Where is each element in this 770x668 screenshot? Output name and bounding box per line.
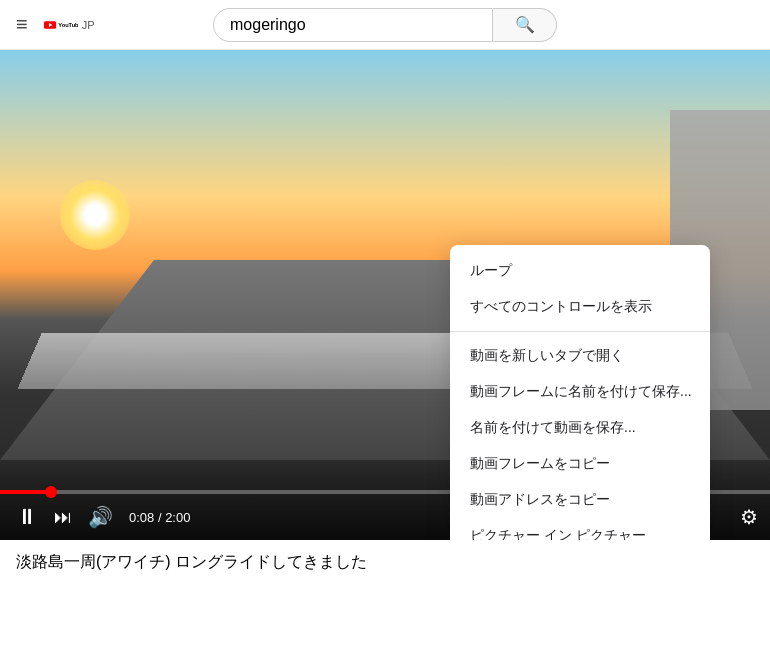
context-menu-open-tab[interactable]: 動画を新しいタブで開く — [450, 338, 710, 374]
hamburger-icon[interactable]: ≡ — [16, 13, 28, 36]
copy-frame-label: 動画フレームをコピー — [470, 455, 610, 473]
save-frame-label: 動画フレームに名前を付けて保存... — [470, 383, 692, 401]
youtube-icon: YouTube — [44, 13, 78, 37]
context-menu-loop[interactable]: ループ — [450, 253, 710, 289]
divider-1 — [450, 331, 710, 332]
video-title: 淡路島一周(アワイチ) ロングライドしてきました — [0, 540, 770, 585]
sun-decoration — [60, 180, 130, 250]
search-icon: 🔍 — [515, 15, 535, 34]
search-bar: 🔍 — [213, 8, 557, 42]
play-pause-button[interactable]: ⏸ — [12, 502, 42, 532]
context-menu-copy-address[interactable]: 動画アドレスをコピー — [450, 482, 710, 518]
context-menu-pip[interactable]: ピクチャー イン ピクチャー — [450, 518, 710, 540]
show-controls-label: すべてのコントロールを表示 — [470, 298, 652, 316]
pip-label: ピクチャー イン ピクチャー — [470, 527, 646, 540]
progress-fill — [0, 490, 51, 494]
settings-button[interactable]: ⚙ — [740, 505, 758, 529]
svg-text:YouTube: YouTube — [58, 21, 78, 27]
search-button[interactable]: 🔍 — [493, 8, 557, 42]
context-menu: ループ すべてのコントロールを表示 動画を新しいタブで開く 動画フレームに名前を… — [450, 245, 710, 540]
loop-label: ループ — [470, 262, 512, 280]
search-input[interactable] — [213, 8, 493, 42]
time-display: 0:08 / 2:00 — [129, 510, 190, 525]
volume-button[interactable]: 🔊 — [84, 503, 117, 531]
save-video-label: 名前を付けて動画を保存... — [470, 419, 636, 437]
header-left: ≡ YouTube JP — [16, 13, 95, 37]
header: ≡ YouTube JP 🔍 — [0, 0, 770, 50]
context-menu-show-controls[interactable]: すべてのコントロールを表示 — [450, 289, 710, 325]
context-menu-save-frame[interactable]: 動画フレームに名前を付けて保存... — [450, 374, 710, 410]
youtube-logo[interactable]: YouTube JP — [44, 13, 95, 37]
skip-next-button[interactable]: ⏭ — [50, 504, 76, 530]
context-menu-save-video[interactable]: 名前を付けて動画を保存... — [450, 410, 710, 446]
progress-thumb — [45, 486, 57, 498]
copy-address-label: 動画アドレスをコピー — [470, 491, 610, 509]
video-container[interactable]: ループ すべてのコントロールを表示 動画を新しいタブで開く 動画フレームに名前を… — [0, 50, 770, 540]
open-tab-label: 動画を新しいタブで開く — [470, 347, 624, 365]
youtube-lang-label: JP — [82, 19, 95, 31]
context-menu-copy-frame[interactable]: 動画フレームをコピー — [450, 446, 710, 482]
